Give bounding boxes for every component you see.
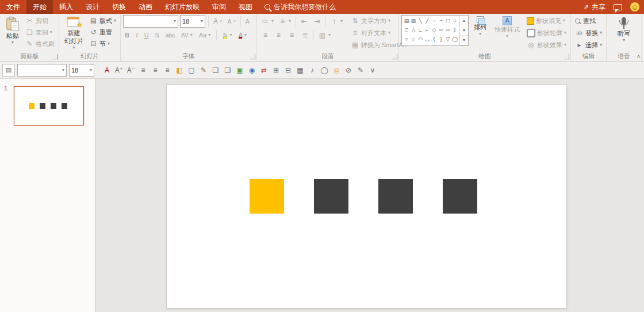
align-left-icon[interactable]: ≡ bbox=[138, 64, 148, 76]
paste-button[interactable]: 粘贴 ▾ bbox=[3, 15, 22, 46]
underline-button[interactable]: U bbox=[143, 29, 151, 41]
tab-transitions[interactable]: 切换 bbox=[106, 0, 132, 14]
share-button[interactable]: ⇗ 共享 bbox=[584, 2, 605, 12]
pen-tool-icon[interactable]: ✎ bbox=[355, 64, 366, 76]
line-spacing-button[interactable]: ↕▾ bbox=[328, 16, 344, 27]
tab-file[interactable]: 文件 bbox=[0, 0, 26, 14]
align-left-button[interactable]: ≡ bbox=[259, 29, 271, 41]
increase-font-icon[interactable]: A⁺ bbox=[114, 64, 124, 76]
slide-1-thumbnail[interactable] bbox=[14, 86, 84, 125]
shape-fill-icon[interactable]: ◧ bbox=[174, 64, 185, 76]
shape-option-icon[interactable]: ~ bbox=[438, 16, 444, 25]
shape-option-icon[interactable]: ◯ bbox=[451, 35, 458, 44]
align-center-button[interactable]: ≡ bbox=[273, 29, 285, 41]
bold-button[interactable]: B bbox=[123, 29, 131, 41]
dialog-launcher-icon[interactable] bbox=[250, 54, 255, 59]
picture-icon[interactable]: ▣ bbox=[235, 64, 245, 76]
tellme-search[interactable]: 告诉我你想要做什么 bbox=[259, 0, 342, 14]
tab-view[interactable]: 视图 bbox=[232, 0, 259, 14]
collapse-ribbon-button[interactable]: ∧ bbox=[637, 53, 641, 59]
scroll-up-icon[interactable]: ▲ bbox=[460, 16, 468, 25]
decrease-indent-button[interactable]: ⇤ bbox=[298, 16, 310, 27]
replace-button[interactable]: ab 替换 ▾ bbox=[573, 27, 604, 39]
shape-option-icon[interactable]: ⇨ bbox=[444, 25, 451, 35]
shape-outline-button[interactable]: 形状轮廓 ▾ bbox=[525, 27, 568, 39]
shape-option-icon[interactable]: ⇧ bbox=[451, 25, 458, 35]
shape-option-icon[interactable]: □ bbox=[403, 25, 410, 35]
shape-option-icon[interactable]: △ bbox=[410, 25, 417, 35]
shape-fill-button[interactable]: 形状填充 ▾ bbox=[525, 15, 568, 26]
dialog-launcher-icon[interactable] bbox=[392, 54, 397, 59]
cut-button[interactable]: ✂ 剪切 bbox=[24, 15, 56, 26]
character-spacing-button[interactable]: AV▾ bbox=[179, 29, 194, 41]
dictate-button[interactable]: 听写 ▾ bbox=[615, 15, 633, 44]
slide-shape-square-dark-3[interactable] bbox=[443, 179, 477, 214]
align-right-button[interactable]: ≡ bbox=[286, 29, 298, 41]
tab-review[interactable]: 审阅 bbox=[206, 0, 232, 14]
shape-option-icon[interactable]: { bbox=[431, 35, 438, 44]
quickbar-font-name-combobox[interactable]: ▾ bbox=[17, 64, 67, 77]
find-button[interactable]: 查找 bbox=[573, 15, 604, 26]
text-highlight-button[interactable]: ✎▾ bbox=[221, 29, 233, 41]
feedback-smiley-icon[interactable]: ☺ bbox=[630, 2, 639, 12]
slide-shape-square-dark-1[interactable] bbox=[314, 179, 348, 214]
reset-button[interactable]: ↺ 重置 bbox=[87, 26, 118, 38]
decrease-font-icon[interactable]: A⁻ bbox=[126, 64, 136, 76]
font-color-icon[interactable]: A bbox=[102, 64, 112, 76]
group-objects-icon[interactable]: ▦ bbox=[295, 64, 305, 76]
shape-option-icon[interactable]: ▥ bbox=[410, 16, 417, 25]
quickbar-font-size-combobox[interactable]: 18 ▾ bbox=[69, 64, 94, 77]
format-painter-button[interactable]: ✎ 格式刷 bbox=[24, 38, 56, 50]
section-button[interactable]: ⊟ 节 ▾ bbox=[87, 38, 118, 50]
more-tools-icon[interactable]: ∨ bbox=[367, 64, 378, 76]
font-color-button[interactable]: A▾ bbox=[236, 29, 248, 41]
quick-styles-button[interactable]: A 快速样式 ▾ bbox=[492, 15, 523, 40]
shape-option-icon[interactable]: ▽ bbox=[444, 35, 451, 44]
comments-icon[interactable] bbox=[614, 4, 622, 10]
align-shapes-icon[interactable]: ⊞ bbox=[271, 64, 281, 76]
font-size-combobox[interactable]: 18 ▾ bbox=[180, 15, 205, 28]
shape-option-icon[interactable]: } bbox=[438, 35, 444, 44]
italic-button[interactable]: I bbox=[134, 29, 140, 41]
distribute-shapes-icon[interactable]: ⊟ bbox=[283, 64, 293, 76]
dialog-launcher-icon[interactable] bbox=[564, 54, 569, 59]
clear-formatting-button[interactable]: A bbox=[244, 16, 251, 27]
slide-shape-square-dark-2[interactable] bbox=[378, 179, 413, 214]
shape-option-icon[interactable]: ◡ bbox=[424, 35, 431, 44]
shape-option-icon[interactable]: ∟ bbox=[417, 25, 424, 35]
shape-option-icon[interactable]: − bbox=[431, 16, 438, 25]
tab-animations[interactable]: 动画 bbox=[132, 0, 159, 14]
tab-home[interactable]: 开始 bbox=[26, 0, 53, 14]
align-center-icon[interactable]: ≡ bbox=[150, 64, 160, 76]
layout-picker-icon[interactable]: ▤ bbox=[2, 64, 15, 77]
layout-button[interactable]: ▤ 版式 ▾ bbox=[87, 15, 118, 26]
columns-button[interactable]: ▥▾ bbox=[316, 29, 332, 41]
strikethrough-button[interactable]: abc bbox=[164, 29, 177, 41]
slide-editing-canvas[interactable] bbox=[96, 79, 644, 312]
shape-option-icon[interactable]: ○ bbox=[403, 35, 410, 44]
copy-button[interactable]: ❏ 复制 ▾ bbox=[24, 26, 56, 38]
swap-icon[interactable]: ⇄ bbox=[259, 64, 269, 76]
shape-option-icon[interactable]: ☆ bbox=[410, 35, 417, 44]
increase-indent-button[interactable]: ⇥ bbox=[311, 16, 323, 27]
crop-icon[interactable]: ◉ bbox=[247, 64, 257, 76]
shape-option-icon[interactable]: ◇ bbox=[431, 25, 438, 35]
shape-option-icon[interactable]: □ bbox=[444, 16, 451, 25]
shape-option-icon[interactable]: ▤ bbox=[403, 16, 410, 25]
gallery-more-icon[interactable]: ▼ bbox=[460, 36, 468, 45]
dialog-launcher-icon[interactable] bbox=[52, 54, 57, 59]
brush-icon[interactable]: ✎ bbox=[198, 64, 209, 76]
shape-option-icon[interactable]: ⌐ bbox=[424, 25, 431, 35]
shape-option-icon[interactable]: ⇦ bbox=[438, 25, 444, 35]
shape-effects-button[interactable]: ◎ 形状效果 ▾ bbox=[525, 39, 568, 51]
shape-option-icon[interactable]: ○ bbox=[451, 16, 458, 25]
arrange-button[interactable]: 排列 ▾ bbox=[471, 15, 489, 37]
slide-shape-square-gold[interactable] bbox=[250, 179, 284, 214]
slide-page[interactable] bbox=[167, 85, 566, 308]
scroll-down-icon[interactable]: ▼ bbox=[460, 25, 468, 35]
donut-tool-icon[interactable]: ◎ bbox=[331, 64, 342, 76]
shape-option-icon[interactable]: ╱ bbox=[424, 16, 431, 25]
paste-format-icon[interactable]: ❏ bbox=[223, 64, 233, 76]
tab-design[interactable]: 设计 bbox=[79, 0, 106, 14]
justify-button[interactable]: ≣ bbox=[299, 29, 311, 41]
